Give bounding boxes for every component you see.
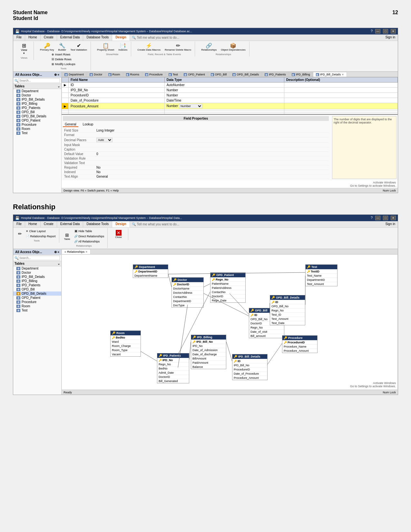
clear-layout-button[interactable]: ✕ Clear Layout bbox=[24, 229, 57, 233]
nav-search-input-1[interactable] bbox=[18, 78, 60, 83]
close-rel-button[interactable]: ✕ Close bbox=[113, 229, 123, 240]
tab-external-data[interactable]: External Data bbox=[57, 34, 83, 41]
field-desc-procedure-amount[interactable] bbox=[284, 103, 397, 109]
obj-tab-department[interactable]: ▦ Department bbox=[62, 72, 87, 77]
nav-search-input-2[interactable] bbox=[18, 256, 60, 260]
nav-item-department-1[interactable]: ▦ Department bbox=[13, 89, 61, 93]
minimize-button-2[interactable]: — bbox=[375, 216, 380, 220]
nav-item-procedure-2[interactable]: ▦ Procedure bbox=[13, 300, 61, 304]
table-row[interactable]: ProcedureID Number bbox=[62, 93, 398, 98]
nav-item-test-1[interactable]: ▦ Test bbox=[13, 131, 61, 135]
obj-tab-opd-bill[interactable]: ▦ OPD_Bill bbox=[208, 72, 230, 77]
test-validation-button[interactable]: ✔ Test Validation bbox=[69, 42, 88, 52]
table-row-selected[interactable]: ▶ Procedure_Amount Number Number AutoNum… bbox=[62, 103, 398, 109]
modify-lookups-button[interactable]: ⊞ Modify Lookups bbox=[50, 62, 77, 66]
nav-item-room-2[interactable]: ▦ Room bbox=[13, 304, 61, 308]
nav-item-department-2[interactable]: ▦ Department bbox=[13, 266, 61, 271]
obj-tab-ipd-patients[interactable]: ▦ IPD_Patients bbox=[262, 72, 289, 77]
field-type-ipd-bill-no[interactable]: Number bbox=[164, 88, 284, 93]
obj-tab-room[interactable]: ▦ Room bbox=[105, 72, 123, 77]
maximize-button-2[interactable]: □ bbox=[383, 216, 388, 220]
field-desc-id[interactable] bbox=[284, 83, 397, 88]
decimal-places-select[interactable]: Auto 0 1 2 bbox=[96, 138, 113, 142]
tab2-file[interactable]: File bbox=[13, 221, 25, 227]
table-row[interactable]: Date_of_Procedure Date/Time bbox=[62, 98, 398, 103]
table-row[interactable]: ▶ ID AutoNumber bbox=[62, 83, 398, 88]
builder-button[interactable]: 🔧 Builder bbox=[57, 42, 68, 52]
table-row[interactable]: IPD_Bill_No Number bbox=[62, 88, 398, 93]
general-tab[interactable]: General bbox=[63, 122, 78, 127]
close-icon-rel-tab[interactable]: ✕ bbox=[85, 251, 88, 253]
relationships-button-1[interactable]: 🔗 Relationships bbox=[200, 42, 218, 52]
obj-tab-procedure[interactable]: ▦ Procedure bbox=[142, 72, 166, 77]
tab-file[interactable]: File bbox=[13, 34, 25, 41]
tab2-home[interactable]: Home bbox=[25, 221, 41, 227]
show-table-button[interactable]: ⊞ Table bbox=[63, 232, 72, 241]
nav-item-ipd-billing-1[interactable]: ▦ IPD_Billing bbox=[13, 102, 61, 106]
nav-item-ipd-patients-2[interactable]: ▦ IPD_Patients bbox=[13, 283, 61, 287]
field-name-date-procedure[interactable]: Date_of_Procedure bbox=[69, 98, 165, 103]
field-type-procedure-amount[interactable]: Number Number AutoNumber Short Text Date… bbox=[164, 103, 284, 109]
maximize-button[interactable]: □ bbox=[383, 29, 388, 34]
nav-item-opd-patient-1[interactable]: ▦ OPD_Patient bbox=[13, 118, 61, 123]
close-button-1[interactable]: ✕ bbox=[391, 29, 396, 34]
tab2-create[interactable]: Create bbox=[41, 221, 57, 227]
nav-item-opd-bill-2[interactable]: ▦ OPD_Bill bbox=[13, 287, 61, 291]
nav-item-opd-bill-details-1[interactable]: ▦ OPD_Bill_Details bbox=[13, 114, 61, 118]
tab-database-tools[interactable]: Database Tools bbox=[83, 34, 112, 41]
obj-tab-doctor[interactable]: ▦ Doctor bbox=[87, 72, 105, 77]
direct-relationships-button[interactable]: 🔗 Direct Relationships bbox=[73, 234, 106, 239]
nav-item-room-1[interactable]: ▦ Room bbox=[13, 127, 61, 131]
rel-obj-tab[interactable]: = Relationships ✕ bbox=[62, 249, 91, 254]
insert-rows-button[interactable]: ⊕ Insert Rows bbox=[50, 52, 77, 57]
nav-item-opd-bill-1[interactable]: ▦ OPD_Bill bbox=[13, 110, 61, 114]
obj-tab-opd-bill-details[interactable]: ▦ OPD_Bill_Details bbox=[230, 72, 262, 77]
nav-item-ipd-bill-details-1[interactable]: ▦ IPD_Bill_Details bbox=[13, 97, 61, 102]
delete-rows-button[interactable]: ☒ Delete Rows bbox=[50, 57, 77, 62]
lookup-tab[interactable]: Lookup bbox=[81, 122, 95, 127]
nav-item-ipd-patients-1[interactable]: ▦ IPD_Patients bbox=[13, 106, 61, 110]
relationship-report-button[interactable]: 📄 Relationship Report bbox=[24, 234, 57, 239]
field-type-date-procedure[interactable]: Date/Time bbox=[164, 98, 284, 103]
tab2-external-data[interactable]: External Data bbox=[57, 221, 83, 227]
field-desc-date-procedure[interactable] bbox=[284, 98, 397, 103]
field-name-ipd-bill-no[interactable]: IPD_Bill_No bbox=[69, 88, 165, 93]
nav-item-ipd-billing-2[interactable]: ▦ IPD_Billing bbox=[13, 279, 61, 283]
nav-item-doctor-2[interactable]: ▦ Doctor bbox=[13, 271, 61, 275]
hide-table-button[interactable]: 🔳 Hide Table bbox=[73, 229, 106, 233]
nav-item-procedure-1[interactable]: ▦ Procedure bbox=[13, 123, 61, 127]
edit-relationships-button[interactable]: ✏ bbox=[16, 230, 24, 237]
tab-design[interactable]: Design bbox=[112, 34, 130, 41]
nav-item-opd-bill-det-2[interactable]: ▦ OPD_Bill_Details bbox=[13, 291, 61, 296]
property-sheet-button[interactable]: 📋 Property Sheet bbox=[95, 42, 116, 52]
nav-item-opd-patient-2[interactable]: ▦ OPD_Patient bbox=[13, 296, 61, 300]
sign-in-1[interactable]: Sign in bbox=[383, 34, 398, 41]
object-dependencies-button[interactable]: 📦 Object Dependencies bbox=[219, 42, 247, 52]
obj-tab-opd-patient[interactable]: ▦ OPD_Patient bbox=[181, 72, 208, 77]
sign-in-2[interactable]: Sign in bbox=[383, 221, 398, 227]
obj-tab-rooms[interactable]: ▦ Rooms bbox=[123, 72, 142, 77]
obj-tab-ipd-billing[interactable]: ▦ IPD_Billing bbox=[289, 72, 313, 77]
field-desc-ipd-bill-no[interactable] bbox=[284, 88, 397, 93]
field-type-id[interactable]: AutoNumber bbox=[164, 83, 284, 88]
all-relationships-button[interactable]: 🔗 All Relationships bbox=[73, 239, 106, 244]
tab2-design[interactable]: Design bbox=[112, 221, 130, 227]
tab-home[interactable]: Home bbox=[25, 34, 41, 41]
data-type-select[interactable]: Number AutoNumber Short Text Date/Time C… bbox=[179, 104, 202, 108]
field-name-id[interactable]: ID bbox=[69, 83, 165, 88]
close-button-2[interactable]: ✕ bbox=[391, 216, 396, 220]
tab2-database-tools[interactable]: Database Tools bbox=[83, 221, 112, 227]
create-data-macros-button[interactable]: ⚡ Create Data Macros bbox=[136, 42, 162, 52]
field-desc-procedure-id[interactable] bbox=[284, 93, 397, 98]
primary-key-button[interactable]: 🔑 Primary Key bbox=[38, 42, 56, 52]
rename-delete-macro-button[interactable]: ✏ Rename/ Delete Macro bbox=[163, 42, 193, 52]
field-name-procedure-id[interactable]: ProcedureID bbox=[69, 93, 165, 98]
indexes-button[interactable]: 📑 Indexes bbox=[117, 42, 129, 52]
nav-item-test-2[interactable]: ▦ Test bbox=[13, 308, 61, 312]
minimize-button[interactable]: — bbox=[375, 29, 380, 34]
tab-create[interactable]: Create bbox=[41, 34, 57, 41]
view-button[interactable]: ⊞ View ▾ bbox=[19, 42, 29, 56]
field-type-procedure-id[interactable]: Number bbox=[164, 93, 284, 98]
close-icon-tab[interactable]: ✕ bbox=[342, 73, 344, 76]
obj-tab-test[interactable]: ▦ Test bbox=[166, 72, 181, 77]
